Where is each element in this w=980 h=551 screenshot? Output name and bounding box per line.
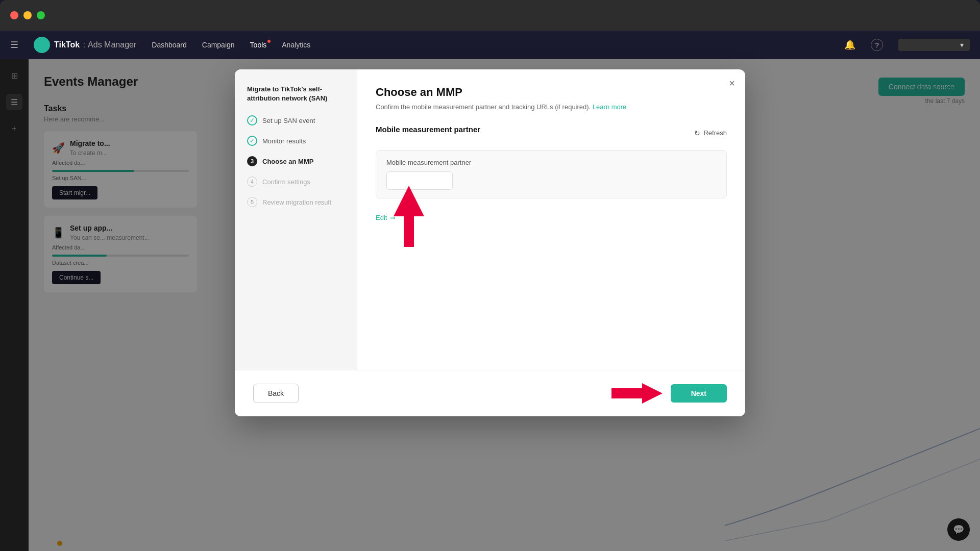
step2-check-icon: ✓ [247,136,257,146]
step1-check-icon: ✓ [247,115,257,126]
wizard-step-4: 4 Confirm settings [247,177,345,187]
section-title: Mobile measurement partner [376,125,480,134]
edit-link[interactable]: Edit ⇒ [376,214,727,221]
next-button[interactable]: Next [671,384,727,403]
back-button[interactable]: Back [253,384,299,403]
account-dropdown[interactable]: ▾ [898,39,970,51]
partner-card-label: Mobile measurement partner [386,159,716,166]
wizard-step-5: 5 Review migration result [247,197,345,207]
partner-card: Mobile measurement partner [376,150,727,198]
refresh-icon: ↻ [694,129,700,137]
top-nav: ☰ TikTok: Ads Manager Dashboard Campaign… [0,31,980,59]
mac-close-btn[interactable] [10,11,18,19]
chevron-down-icon: ▾ [960,41,964,49]
brand-suffix: : Ads Manager [84,40,136,49]
nav-tools[interactable]: Tools [250,41,267,49]
notification-icon[interactable]: 🔔 [844,39,855,51]
step4-label: Confirm settings [262,178,310,186]
hamburger-icon[interactable]: ☰ [10,39,18,51]
modal-title: Choose an MMP [376,86,727,99]
modal-left-panel: Migrate to TikTok's self-attribution net… [235,69,357,370]
learn-more-link[interactable]: Learn more [593,103,626,111]
step4-num-icon: 4 [247,177,257,187]
step3-label: Choose an MMP [262,158,313,165]
nav-campaign[interactable]: Campaign [202,41,235,49]
brand-name: TikTok [54,40,80,49]
modal-body: Migrate to TikTok's self-attribution net… [235,69,745,370]
refresh-button[interactable]: ↻ Refresh [694,129,727,137]
modal-subtitle: Confirm the mobile measurement partner a… [376,103,727,111]
modal-overlay: × Migrate to TikTok's self-attribution n… [0,59,980,551]
tools-notification-dot [267,40,271,43]
wizard-step-1: ✓ Set up SAN event [247,115,345,126]
modal-container: × Migrate to TikTok's self-attribution n… [235,69,745,416]
annotation-arrow-right [611,381,663,406]
modal-close-button[interactable]: × [729,78,735,89]
help-icon[interactable]: ? [871,39,883,51]
logo-circle [34,37,50,53]
wizard-step-2: ✓ Monitor results [247,136,345,146]
svg-marker-0 [394,186,424,247]
svg-marker-1 [611,383,663,404]
main-area: ⊞ ☰ + Events Manager Connect data source… [0,59,980,551]
nav-dashboard[interactable]: Dashboard [152,41,187,49]
edit-label: Edit [376,214,387,221]
annotation-arrow-up [391,186,427,247]
step1-label: Set up SAN event [262,117,315,124]
modal-wizard-title: Migrate to TikTok's self-attribution net… [247,85,345,103]
mac-window-chrome [0,0,980,31]
brand-logo: TikTok: Ads Manager [34,37,136,53]
step5-label: Review migration result [262,198,331,206]
nav-analytics[interactable]: Analytics [282,41,310,49]
modal-right-panel: Choose an MMP Confirm the mobile measure… [357,69,745,370]
refresh-label: Refresh [703,129,727,137]
wizard-step-3: 3 Choose an MMP [247,156,345,166]
step5-num-icon: 5 [247,197,257,207]
modal-footer: Back Next [235,370,745,416]
mac-maximize-btn[interactable] [37,11,45,19]
mac-minimize-btn[interactable] [23,11,32,19]
step2-label: Monitor results [262,137,306,145]
step3-num-icon: 3 [247,156,257,166]
